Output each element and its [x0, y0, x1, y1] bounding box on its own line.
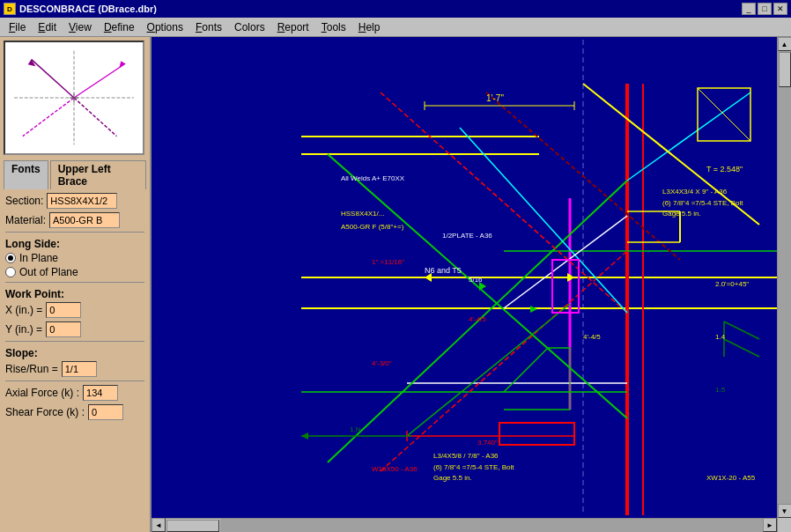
shear-force-row: Shear Force (k) :	[5, 404, 144, 420]
radio-group-long-side: In Plane Out of Plane	[5, 252, 144, 278]
tab-fonts[interactable]: Fonts	[4, 160, 48, 189]
svg-text:All Welds A+ E70XX: All Welds A+ E70XX	[341, 174, 405, 182]
rise-run-row: Rise/Run =	[5, 361, 144, 377]
svg-text:T = 2.548": T = 2.548"	[706, 165, 743, 174]
out-of-plane-label: Out of Plane	[19, 266, 78, 278]
scroll-left-button[interactable]: ◄	[152, 518, 166, 532]
menu-edit[interactable]: Edit	[33, 19, 62, 35]
menu-bar: File Edit View Define Options Fonts Colo…	[0, 18, 791, 37]
axial-force-row: Axial Force (k) :	[5, 385, 144, 401]
app-icon: D	[4, 3, 16, 15]
scroll-right-button[interactable]: ►	[763, 518, 777, 532]
preview-box	[4, 41, 144, 155]
main-content: Fonts Upper Left Brace Section: Material…	[0, 37, 791, 532]
menu-help[interactable]: Help	[353, 19, 386, 35]
radio-in-plane[interactable]	[5, 253, 16, 263]
svg-text:4'-4/5: 4'-4/5	[469, 315, 486, 323]
scroll-thumb-vertical[interactable]	[779, 52, 791, 87]
scroll-thumb-horizontal[interactable]	[166, 520, 219, 532]
axial-force-label: Axial Force (k) :	[5, 387, 79, 399]
rise-run-label: Rise/Run =	[5, 363, 58, 375]
svg-text:2.0'=0+45": 2.0'=0+45"	[715, 280, 749, 288]
x-label: X (in.) =	[5, 304, 42, 316]
scroll-down-button[interactable]: ▼	[778, 504, 792, 518]
svg-text:(6) 7/8"4 =7/5-4 STE, Bolt: (6) 7/8"4 =7/5-4 STE, Bolt	[433, 463, 514, 471]
shear-force-label: Shear Force (k) :	[5, 406, 85, 418]
material-label: Material:	[5, 214, 46, 226]
rise-run-input[interactable]	[62, 361, 97, 377]
menu-view[interactable]: View	[63, 19, 97, 35]
minimize-button[interactable]: _	[742, 3, 756, 15]
svg-text:XW1X-20 - A55: XW1X-20 - A55	[706, 474, 756, 482]
menu-report[interactable]: Report	[272, 19, 314, 35]
close-button[interactable]: ✕	[773, 3, 787, 15]
tabs-row: Fonts Upper Left Brace	[0, 159, 150, 189]
svg-text:L3X4X3/4 X 9" - A36: L3X4X3/4 X 9" - A36	[662, 188, 728, 196]
menu-tools[interactable]: Tools	[316, 19, 351, 35]
preview-svg	[5, 42, 143, 153]
svg-text:1.4: 1.4	[715, 333, 726, 341]
corner-box	[777, 518, 791, 532]
tab-upper-left-brace[interactable]: Upper Left Brace	[50, 160, 146, 189]
svg-text:1'-7": 1'-7"	[486, 93, 504, 103]
section-row: Section:	[5, 193, 144, 209]
divider-4	[5, 381, 144, 381]
svg-text:1" =11/16": 1" =11/16"	[372, 258, 404, 266]
svg-text:Gage 5.5 in.: Gage 5.5 in.	[433, 474, 472, 482]
material-row: Material:	[5, 212, 144, 228]
slope-label: Slope:	[5, 347, 144, 359]
svg-text:W18X50 - A36: W18X50 - A36	[372, 465, 418, 473]
y-label: Y (in.) =	[5, 323, 42, 336]
shear-force-input[interactable]	[88, 404, 123, 420]
window-controls[interactable]: _ □ ✕	[742, 3, 787, 15]
vertical-scrollbar[interactable]: ▲ ▼	[777, 37, 791, 518]
radio-in-plane-row: In Plane	[5, 252, 144, 264]
window-title: DESCONBRACE (DBrace.dbr)	[19, 4, 157, 14]
menu-define[interactable]: Define	[99, 19, 140, 35]
divider-2	[5, 282, 144, 283]
bottom-row: ◄ ►	[152, 518, 791, 532]
title-bar: D DESCONBRACE (DBrace.dbr) _ □ ✕	[0, 0, 791, 18]
x-input[interactable]	[46, 302, 81, 318]
section-label: Section:	[5, 195, 43, 207]
svg-text:1/2PLATE - A36: 1/2PLATE - A36	[442, 232, 492, 240]
svg-text:A500-GR F (5/8"+=): A500-GR F (5/8"+=)	[341, 223, 404, 231]
menu-options[interactable]: Options	[142, 19, 189, 35]
y-input[interactable]	[46, 321, 81, 337]
x-row: X (in.) =	[5, 302, 144, 318]
horizontal-scrollbar[interactable]	[166, 518, 763, 532]
svg-text:HSS8X4X1/...: HSS8X4X1/...	[341, 210, 384, 218]
menu-fonts[interactable]: Fonts	[190, 19, 227, 35]
axial-force-input[interactable]	[83, 385, 118, 401]
divider-1	[5, 232, 144, 233]
divider-3	[5, 341, 144, 342]
svg-text:3.740": 3.740"	[477, 439, 498, 447]
scroll-track-horizontal[interactable]	[220, 519, 763, 532]
y-row: Y (in.) =	[5, 321, 144, 337]
radio-out-of-plane[interactable]	[5, 267, 16, 277]
svg-text:4'-3/0": 4'-3/0"	[372, 359, 392, 367]
work-point-label: Work Point:	[5, 288, 144, 300]
scroll-up-button[interactable]: ▲	[778, 37, 792, 51]
drawing-svg: 1'-7" T = 2.548" HSS8X4X1/... A500-GR F …	[152, 37, 777, 518]
svg-text:L3/4X5/8 / 7/8" - A36: L3/4X5/8 / 7/8" - A36	[433, 452, 499, 460]
drawing-with-scroll: 1'-7" T = 2.548" HSS8X4X1/... A500-GR F …	[152, 37, 791, 518]
svg-text:1.N: 1.N	[350, 425, 361, 433]
menu-colors[interactable]: Colors	[229, 19, 270, 35]
svg-text:1.5: 1.5	[715, 386, 726, 394]
scroll-track-vertical[interactable]	[778, 51, 791, 504]
form-area: Section: Material: Long Side: In Plane	[0, 189, 150, 532]
section-input[interactable]	[47, 193, 117, 209]
in-plane-label: In Plane	[19, 252, 58, 264]
app-window: D DESCONBRACE (DBrace.dbr) _ □ ✕ File Ed…	[0, 0, 791, 532]
long-side-label: Long Side:	[5, 238, 144, 250]
radio-out-of-plane-row: Out of Plane	[5, 266, 144, 278]
maximize-button[interactable]: □	[758, 3, 772, 15]
right-section: 1'-7" T = 2.548" HSS8X4X1/... A500-GR F …	[152, 37, 791, 532]
menu-file[interactable]: File	[4, 19, 31, 35]
drawing-area[interactable]: 1'-7" T = 2.548" HSS8X4X1/... A500-GR F …	[152, 37, 777, 518]
svg-text:5/16: 5/16	[469, 276, 483, 284]
svg-text:(6) 7/8"4 =7/5-4 STE, Bolt: (6) 7/8"4 =7/5-4 STE, Bolt	[662, 199, 743, 207]
material-input[interactable]	[49, 212, 120, 228]
left-panel: Fonts Upper Left Brace Section: Material…	[0, 37, 152, 532]
